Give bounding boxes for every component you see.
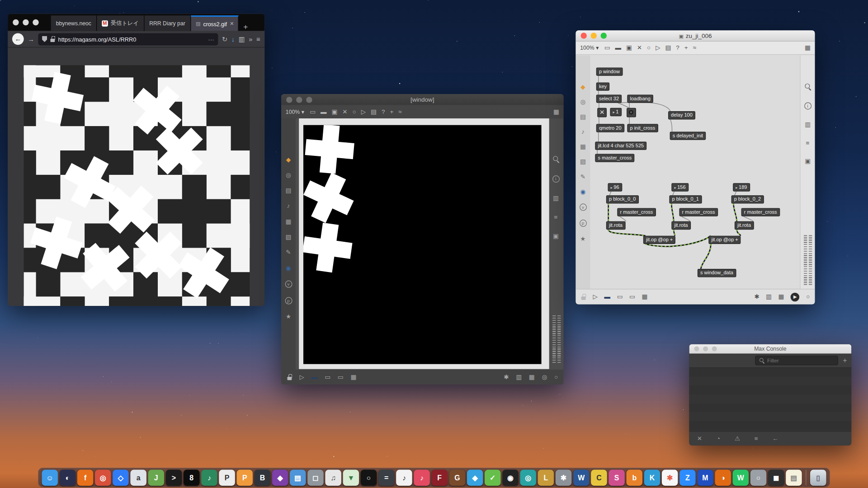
- warning-icon[interactable]: ⚠: [735, 436, 740, 441]
- dock-app-preview[interactable]: ▤: [290, 469, 306, 486]
- back-icon[interactable]: ←: [772, 436, 778, 441]
- max-object-num-156[interactable]: ▸156: [671, 183, 688, 191]
- packages-icon[interactable]: ◆: [580, 84, 585, 90]
- target-icon[interactable]: ◎: [542, 374, 547, 380]
- cloud-icon[interactable]: ≈: [398, 109, 401, 115]
- console-log-area[interactable]: [689, 368, 851, 431]
- tab-close-icon[interactable]: ✕: [230, 21, 234, 27]
- dock-app-keynote[interactable]: K: [644, 469, 660, 486]
- patcher-canvas[interactable]: p windowkeyselect 32loadbang✕▸1delay 100…: [591, 55, 800, 289]
- max-object-s-delayed-init[interactable]: s delayed_init: [670, 131, 706, 140]
- console-icon[interactable]: ▬: [311, 374, 317, 380]
- comment-icon[interactable]: ▣: [331, 109, 337, 115]
- filter-field[interactable]: [755, 356, 839, 365]
- cursor-icon[interactable]: ▷: [593, 294, 597, 300]
- packages-icon[interactable]: ◆: [286, 157, 291, 163]
- max-object-p-block-0-2[interactable]: p block_0_2: [731, 195, 764, 203]
- object-box-icon[interactable]: ▭: [310, 109, 316, 115]
- max-object-p-window[interactable]: p window: [596, 67, 623, 75]
- dock-app-app[interactable]: ♫: [325, 469, 341, 486]
- downloads-icon[interactable]: ↓: [231, 35, 235, 43]
- max-object-key[interactable]: key: [596, 82, 609, 90]
- matrix-icon[interactable]: ▦: [580, 144, 586, 150]
- max-object-jit-op-2[interactable]: jit.op @op +: [708, 236, 741, 244]
- dock-app-firefox[interactable]: f: [77, 469, 94, 486]
- zoom-button[interactable]: [33, 19, 38, 25]
- dock-app-app[interactable]: ◻: [307, 469, 324, 486]
- lock-icon[interactable]: [580, 294, 586, 300]
- overflow-icon[interactable]: »: [249, 35, 252, 43]
- panel-icon[interactable]: ▤: [371, 109, 377, 115]
- dock-app-settings[interactable]: ✱: [556, 469, 572, 486]
- max-object-jit-lcd[interactable]: jit.lcd 4 char 525 525: [595, 141, 646, 150]
- add-icon[interactable]: +: [390, 109, 393, 115]
- dock-app-calculator[interactable]: =: [378, 469, 395, 486]
- music-note-icon[interactable]: ♪: [581, 129, 585, 135]
- max-object-toggle[interactable]: ✕: [597, 108, 607, 117]
- object-box-icon[interactable]: ▭: [604, 45, 610, 51]
- dock-app-app[interactable]: L: [538, 469, 554, 486]
- image-icon[interactable]: ▨: [580, 159, 586, 164]
- dock-app-app[interactable]: B: [255, 469, 271, 486]
- max-object-num-96[interactable]: ▸96: [608, 183, 622, 191]
- tab-cross2-gif[interactable]: ▨ cross2.gif ✕: [191, 15, 238, 31]
- jit-pwindow-canvas[interactable]: [303, 125, 542, 364]
- info-icon[interactable]: i: [552, 175, 559, 183]
- max-object-jit-rota-1[interactable]: jit.rota: [606, 221, 625, 230]
- dock-app-app[interactable]: G: [449, 469, 466, 486]
- dock-app-safari[interactable]: ◇: [113, 469, 129, 486]
- max-object-button[interactable]: [627, 108, 636, 117]
- snapshot-icon[interactable]: ▣: [553, 233, 559, 239]
- dock-app-finder[interactable]: ☺: [42, 469, 58, 486]
- dock-app-app[interactable]: F: [431, 469, 448, 486]
- dock-app-app[interactable]: S: [609, 469, 625, 486]
- grid-toggle-icon[interactable]: ▦: [553, 109, 559, 115]
- max-object-r-master-cross-3[interactable]: r master_cross: [741, 208, 780, 216]
- dock-app-app[interactable]: ◆: [467, 469, 483, 486]
- filter-rows-icon[interactable]: ≡: [755, 436, 758, 441]
- attachment-icon[interactable]: ✎: [286, 249, 291, 255]
- max-object-qmetro-20[interactable]: qmetro 20: [596, 124, 624, 132]
- dock-app-pages[interactable]: P: [236, 469, 253, 486]
- dock-app-app[interactable]: C: [591, 469, 607, 486]
- dock-app-photos[interactable]: ✱: [662, 469, 678, 486]
- close-button[interactable]: [13, 19, 19, 25]
- mixer-icon[interactable]: ▥: [766, 294, 772, 300]
- zoom-control[interactable]: 100%▾: [580, 45, 599, 51]
- filter-input[interactable]: [767, 357, 835, 363]
- back-button[interactable]: ←: [12, 33, 24, 45]
- snapshot-icon[interactable]: ▣: [805, 158, 811, 164]
- video-icon[interactable]: v: [579, 204, 586, 211]
- dock-app-app[interactable]: ◉: [502, 469, 519, 486]
- minimize-button[interactable]: [23, 19, 28, 25]
- max-object-s-window-data[interactable]: s window_data: [698, 269, 736, 277]
- tab-gmail[interactable]: M 受信トレイ: [97, 15, 144, 31]
- dock-app-app[interactable]: ◆: [272, 469, 288, 486]
- panel-icon[interactable]: ▤: [665, 45, 671, 51]
- dock-app-app[interactable]: ◐: [60, 469, 76, 486]
- lock-icon[interactable]: [287, 374, 292, 380]
- image-icon[interactable]: ▨: [286, 234, 292, 240]
- dock-app-app[interactable]: ○: [750, 469, 767, 486]
- url-text[interactable]: https://nagasm.org/ASL/RRR0: [58, 36, 206, 42]
- dock-app-app[interactable]: ◼: [768, 469, 784, 486]
- zoom-control[interactable]: 100%▾: [286, 109, 304, 115]
- max-object-select-32[interactable]: select 32: [596, 94, 622, 103]
- patcher-files-icon[interactable]: ▭: [629, 294, 635, 300]
- info-icon[interactable]: i: [804, 103, 811, 110]
- dock-app-notes[interactable]: ▤: [786, 469, 802, 486]
- search-icon[interactable]: [804, 83, 811, 90]
- console-icon[interactable]: ▬: [604, 294, 610, 300]
- dock-app-app[interactable]: J: [148, 469, 165, 486]
- patcher-files-icon[interactable]: ▭: [338, 374, 344, 380]
- music-note-icon[interactable]: ♪: [287, 203, 290, 209]
- max-object-p-block-0-1[interactable]: p block_0_1: [669, 195, 702, 203]
- max-object-s-master-cross[interactable]: s master_cross: [595, 154, 634, 162]
- list-icon[interactable]: ≡: [806, 140, 810, 146]
- new-tab-button[interactable]: +: [238, 22, 253, 31]
- slider-icon[interactable]: ▤: [286, 188, 292, 193]
- dock-app-app[interactable]: ♪: [396, 469, 412, 486]
- speaker-icon[interactable]: ◉: [286, 265, 291, 271]
- add-icon[interactable]: +: [684, 45, 688, 51]
- message-box-icon[interactable]: ▬: [321, 109, 326, 115]
